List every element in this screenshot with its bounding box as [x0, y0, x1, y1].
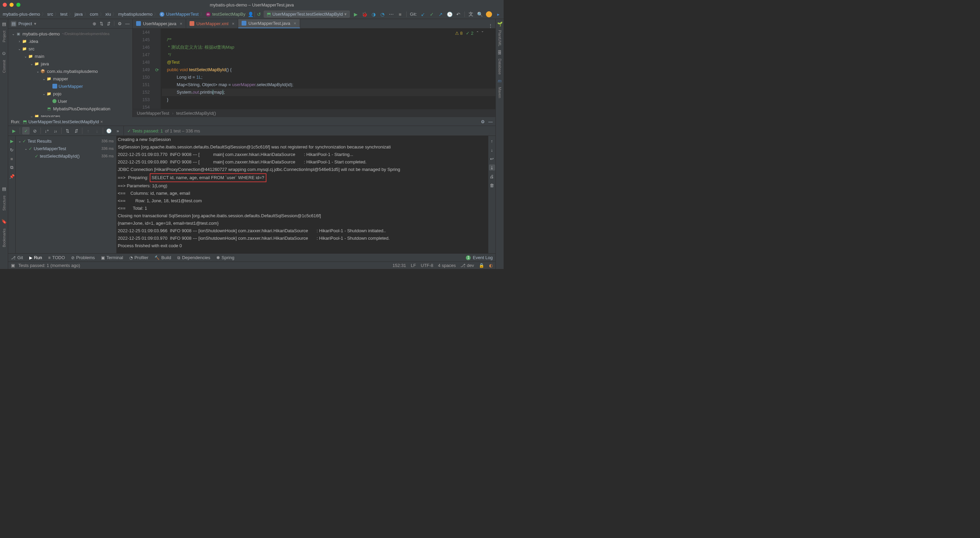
memory-indicator[interactable]: ◐ [489, 263, 493, 268]
avatar[interactable] [486, 11, 492, 18]
maven-rail-label[interactable]: Maven [498, 85, 502, 100]
structure-tool-icon[interactable]: ▤ [2, 186, 7, 192]
clear-console-icon[interactable]: 🗑 [489, 182, 495, 188]
scroll-to-end-icon[interactable]: ⤓ [489, 164, 495, 171]
toolwindow-problems[interactable]: ⊘Problems [71, 255, 95, 260]
select-opened-file-icon[interactable]: ⊕ [92, 21, 96, 26]
indent-settings[interactable]: 4 spaces [438, 263, 456, 268]
toolwindow-profiler[interactable]: ◔Profiler [129, 255, 148, 260]
chevron-down-icon[interactable]: ˇ [482, 30, 483, 36]
person-icon[interactable]: 👤 [248, 11, 253, 17]
event-log-button[interactable]: Event Log [473, 255, 493, 260]
database-rail-label[interactable]: Database [498, 56, 502, 77]
toolwindow-todo[interactable]: ≡TODO [48, 255, 65, 260]
structure-rail-label[interactable]: Structure [2, 194, 6, 216]
database-tool-icon[interactable]: 🗄 [497, 50, 503, 55]
project-rail-label[interactable]: Project [2, 29, 6, 48]
close-window-button[interactable] [3, 3, 7, 7]
update-project-icon[interactable]: ↙ [420, 11, 426, 17]
scroll-down-icon[interactable]: ↓ [489, 147, 495, 153]
close-run-tab-icon[interactable]: × [100, 119, 103, 124]
coverage-button[interactable]: ◑ [371, 11, 376, 17]
warnings-badge[interactable]: ⚠ 8 [455, 30, 463, 36]
status-icon[interactable]: ▣ [11, 263, 15, 268]
sort-duration-button[interactable]: ↓ₜ [52, 127, 59, 134]
toolwindow-run[interactable]: ▶Run [29, 255, 42, 260]
project-view-icon[interactable]: ▤ [11, 21, 16, 27]
pin-button[interactable]: 📌 [9, 173, 15, 179]
expand-all-button[interactable]: ⇅ [64, 127, 71, 134]
export-results-button[interactable]: » [114, 127, 121, 134]
breadcrumb[interactable]: mybatis-plus-demo〉src〉test〉java〉com〉xiu〉… [3, 11, 248, 18]
commit-icon[interactable]: ✓ [429, 11, 434, 17]
rollback-icon[interactable]: ↶ [456, 11, 461, 17]
project-tool-icon[interactable]: ▤ [2, 21, 7, 27]
editor-tab[interactable]: UserMapper.java× [133, 19, 186, 28]
search-icon[interactable]: 🔍 [477, 11, 482, 17]
next-failed-button[interactable]: ↓ [93, 127, 101, 134]
inspection-badges[interactable]: ⚠ 8 ✓ 2 ˆ ˇ [453, 30, 485, 37]
commit-tool-icon[interactable]: ⊙ [2, 50, 7, 56]
ide-settings-icon[interactable]: ▸ [495, 11, 501, 17]
run-button[interactable]: ▶ [353, 11, 359, 17]
soft-wrap-icon[interactable]: ↩ [489, 156, 495, 162]
show-passed-button[interactable]: ✓ [22, 127, 30, 134]
plantuml-tool-icon[interactable]: 🌱 [497, 21, 503, 27]
bookmarks-tool-icon[interactable]: 🔖 [2, 219, 7, 224]
hide-run-panel-icon[interactable]: — [488, 119, 493, 124]
show-ignored-button[interactable]: ⊘ [31, 127, 38, 134]
settings-icon[interactable]: ⚙ [118, 21, 122, 26]
collapse-all-button[interactable]: ⇵ [73, 127, 80, 134]
project-tree[interactable]: ⌄▣mybatis-plus-demo~/Desktop/development… [8, 29, 132, 117]
toolwindow-git[interactable]: ⎇Git [11, 255, 23, 260]
editor-breadcrumb[interactable]: UserMapperTest › testSelectMapById() [133, 109, 495, 117]
rerun-button[interactable]: ▶ [10, 127, 18, 134]
layout-button[interactable]: ⧉ [9, 164, 15, 171]
toolwindow-spring[interactable]: ✽Spring [216, 255, 234, 260]
editor-tab[interactable]: UserMapper.xml× [186, 19, 238, 28]
crumb-method[interactable]: testSelectMapById() [176, 111, 216, 116]
toolwindow-terminal[interactable]: ▣Terminal [101, 255, 123, 260]
editor-tab[interactable]: UserMapperTest.java× [238, 19, 300, 28]
run-settings-icon[interactable]: ⚙ [481, 119, 485, 124]
profile-button[interactable]: ◔ [380, 11, 385, 17]
reload-icon[interactable]: ↺ [256, 11, 262, 17]
prev-failed-button[interactable]: ↑ [84, 127, 92, 134]
caret-position[interactable]: 152:31 [393, 263, 406, 268]
scroll-up-icon[interactable]: ↑ [489, 138, 495, 144]
bookmarks-rail-label[interactable]: Bookmarks [2, 227, 6, 253]
translate-icon[interactable]: 文 [468, 11, 474, 17]
run-tab[interactable]: ⬒ UserMapperTest.testSelectMapById × [23, 119, 103, 124]
push-icon[interactable]: ↗ [438, 11, 443, 17]
hide-panel-icon[interactable]: — [125, 21, 130, 26]
lock-icon[interactable]: 🔒 [479, 263, 484, 268]
rerun-side-button[interactable]: ▶ [9, 138, 15, 144]
commit-rail-label[interactable]: Commit [2, 59, 6, 78]
run-config-selector[interactable]: ⬒ UserMapperTest.testSelectMapById ▾ [264, 11, 350, 18]
attach-button[interactable]: ⋯ [388, 11, 394, 17]
tabs-more-icon[interactable]: ⋮ [485, 23, 495, 28]
debug-button[interactable]: 🐞 [362, 11, 368, 17]
print-icon[interactable]: 🖨 [489, 173, 495, 179]
zoom-window-button[interactable] [16, 3, 21, 7]
file-encoding[interactable]: UTF-8 [421, 263, 434, 268]
crumb-class[interactable]: UserMapperTest [137, 111, 169, 116]
chevron-up-icon[interactable]: ˆ [477, 30, 478, 36]
sort-alpha-button[interactable]: ↓ᵃ [43, 127, 50, 134]
test-history-button[interactable]: 🕓 [105, 127, 113, 134]
expand-all-icon[interactable]: ⇅ [100, 21, 103, 26]
toggle-autotest-button[interactable]: ↻ [9, 147, 15, 153]
maven-tool-icon[interactable]: m [497, 78, 503, 83]
history-icon[interactable]: 🕓 [447, 11, 452, 17]
minimize-window-button[interactable] [10, 3, 14, 7]
toolwindow-dependencies[interactable]: ⧉Dependencies [177, 255, 210, 260]
editor-body[interactable]: 144145146147148149150151152153154 ⟳ /** … [133, 29, 495, 109]
toolwindow-build[interactable]: 🔨Build [154, 255, 171, 260]
stop-button[interactable]: ■ [398, 11, 403, 17]
console-output[interactable]: Creating a new SqlSessionSqlSession [org… [116, 136, 488, 253]
plantuml-rail-label[interactable]: PlantUML [498, 28, 502, 48]
line-separator[interactable]: LF [411, 263, 416, 268]
ok-badge[interactable]: ✓ 2 [466, 30, 473, 36]
project-dropdown-icon[interactable]: ▾ [34, 21, 37, 26]
collapse-all-icon[interactable]: ⇵ [107, 21, 111, 26]
